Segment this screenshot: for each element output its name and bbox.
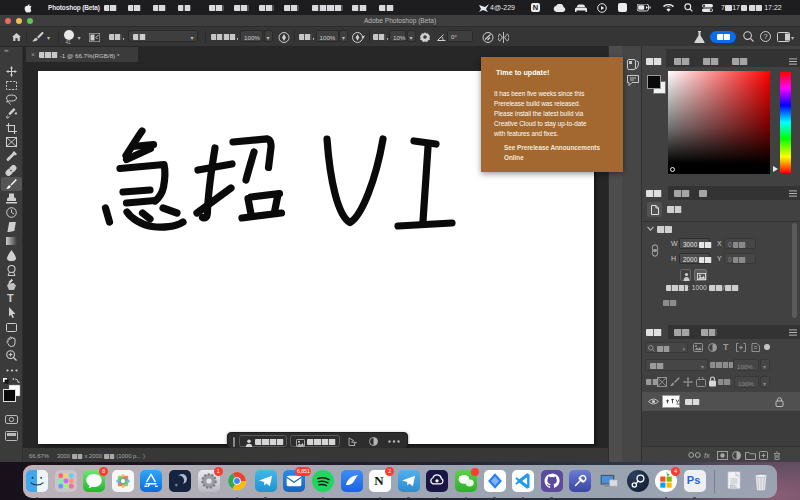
svg-text:DOC: DOC bbox=[729, 484, 737, 488]
svg-text:N: N bbox=[374, 473, 384, 488]
svg-text:?: ? bbox=[763, 32, 767, 41]
